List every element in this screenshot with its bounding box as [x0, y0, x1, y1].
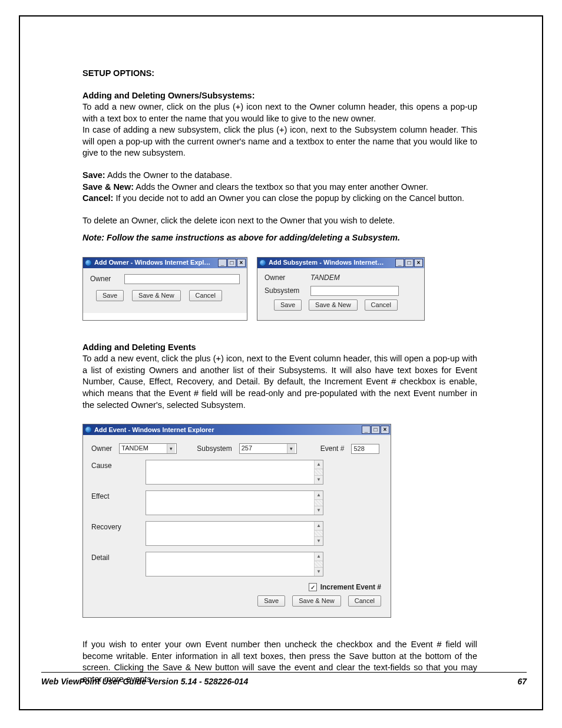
save-new-button[interactable]: Save & New [292, 595, 341, 607]
label-cancel-b: Cancel: [82, 193, 113, 203]
title-add-subsystem: Add Subsystem - Windows Internet… [269, 258, 395, 267]
owner-select[interactable]: TANDEM [119, 443, 177, 454]
label-savenew-b: Save & New: [82, 182, 134, 192]
body-add-owner: Owner Save Save & New Cancel [83, 268, 247, 313]
para-add-subsystem: In case of adding a new subsystem, click… [82, 124, 477, 159]
scroll-down-icon[interactable]: ▼ [315, 475, 323, 484]
window-add-subsystem: Add Subsystem - Windows Internet… _ □ × … [257, 257, 425, 321]
label-detail: Detail [91, 552, 146, 562]
label-cause: Cause [91, 460, 146, 470]
cancel-button[interactable]: Cancel [189, 290, 222, 301]
heading-add-del-events: Adding and Deleting Events [82, 342, 477, 354]
window-add-event: Add Event - Windows Internet Explorer _ … [82, 424, 391, 618]
heading-setup-options: SETUP OPTIONS: [82, 68, 477, 80]
window-add-owner: Add Owner - Windows Internet Expl… _ □ ×… [82, 257, 247, 321]
minimize-icon[interactable]: _ [218, 259, 227, 267]
owner-input[interactable] [124, 274, 240, 284]
ie-icon [85, 426, 92, 433]
label-save-b: Save: [82, 170, 105, 180]
para-events: To add a new event, click the plus (+) i… [82, 353, 477, 411]
body-add-subsystem: Owner TANDEM Subsystem Save Save & New C… [257, 268, 424, 320]
line-save: Save: Adds the Owner to the database. [82, 170, 477, 182]
titlebar-add-subsystem: Add Subsystem - Windows Internet… _ □ × [257, 258, 424, 268]
label-cancel-t: If you decide not to add an Owner you ca… [113, 193, 464, 203]
maximize-icon[interactable]: □ [371, 426, 380, 434]
footer-rule [41, 672, 527, 673]
save-button[interactable]: Save [96, 290, 124, 301]
label-owner: Owner [91, 444, 112, 453]
label-savenew-t: Adds the Owner and clears the textbox so… [134, 182, 428, 192]
maximize-icon[interactable]: □ [405, 259, 414, 267]
footer: Web ViewPoint User Guide Version 5.14 - … [41, 677, 527, 686]
label-recovery: Recovery [91, 521, 146, 532]
window-controls: _ □ × [217, 259, 246, 267]
ie-icon [259, 259, 266, 266]
save-new-button[interactable]: Save & New [309, 299, 358, 311]
scroll-down-icon[interactable]: ▼ [315, 506, 323, 515]
close-icon[interactable]: × [414, 259, 423, 267]
value-owner: TANDEM [310, 273, 340, 282]
close-icon[interactable]: × [381, 426, 389, 434]
effect-textarea[interactable]: ▲ ▼ [146, 490, 323, 515]
label-save-t: Adds the Owner to the database. [105, 170, 232, 180]
cancel-button[interactable]: Cancel [365, 299, 398, 311]
footer-page-number: 67 [517, 677, 527, 686]
scroll-up-icon[interactable]: ▲ [315, 460, 323, 469]
scroll-up-icon[interactable]: ▲ [315, 522, 323, 531]
scroll-down-icon[interactable]: ▼ [315, 536, 323, 545]
close-icon[interactable]: × [237, 259, 246, 267]
recovery-textarea[interactable]: ▲ ▼ [146, 521, 323, 546]
scroll-down-icon[interactable]: ▼ [315, 567, 323, 576]
body-add-event: Owner TANDEM Subsystem 257 Event # 528 C… [83, 435, 391, 617]
subsystem-input[interactable] [310, 286, 399, 296]
para-add-owner: To add a new owner, click on the plus (+… [82, 101, 477, 124]
label-owner: Owner [90, 274, 118, 284]
figures-row-owners: Add Owner - Windows Internet Expl… _ □ ×… [82, 257, 477, 321]
page-body: SETUP OPTIONS: Adding and Deleting Owner… [82, 68, 477, 685]
label-event-number: Event # [320, 444, 345, 453]
cancel-button[interactable]: Cancel [348, 595, 381, 607]
heading-add-del-owners: Adding and Deleting Owners/Subsystems: [82, 90, 477, 102]
label-owner: Owner [265, 273, 310, 282]
footer-left: Web ViewPoint User Guide Version 5.14 - … [41, 677, 248, 686]
save-button[interactable]: Save [274, 299, 302, 311]
maximize-icon[interactable]: □ [227, 259, 236, 267]
window-controls: _ □ × [395, 259, 423, 267]
label-effect: Effect [91, 490, 146, 501]
label-subsystem: Subsystem [265, 286, 310, 295]
scroll-up-icon[interactable]: ▲ [315, 552, 323, 561]
save-new-button[interactable]: Save & New [132, 290, 181, 301]
line-cancel: Cancel: If you decide not to add an Owne… [82, 193, 477, 205]
minimize-icon[interactable]: _ [395, 259, 404, 267]
titlebar-add-event: Add Event - Windows Internet Explorer _ … [83, 424, 391, 435]
note-subsystem: Note: Follow the same instructions as ab… [82, 232, 477, 244]
minimize-icon[interactable]: _ [362, 426, 371, 434]
cause-textarea[interactable]: ▲ ▼ [146, 460, 323, 485]
scroll-up-icon[interactable]: ▲ [315, 491, 323, 500]
para-delete-owner: To delete an Owner, click the delete ico… [82, 215, 477, 227]
line-savenew: Save & New: Adds the Owner and clears th… [82, 182, 477, 193]
ie-icon [85, 259, 92, 266]
title-add-event: Add Event - Windows Internet Explorer [94, 426, 361, 434]
titlebar-add-owner: Add Owner - Windows Internet Expl… _ □ × [83, 258, 247, 268]
increment-event-checkbox[interactable]: ✓ [309, 583, 317, 591]
subsystem-select[interactable]: 257 [239, 443, 297, 454]
detail-textarea[interactable]: ▲ ▼ [146, 552, 323, 577]
label-increment-event: Increment Event # [320, 582, 381, 592]
label-subsystem: Subsystem [197, 444, 232, 453]
save-button[interactable]: Save [257, 595, 285, 607]
title-add-owner: Add Owner - Windows Internet Expl… [94, 258, 217, 267]
window-controls: _ □ × [361, 426, 389, 434]
event-number-input[interactable]: 528 [351, 444, 379, 454]
